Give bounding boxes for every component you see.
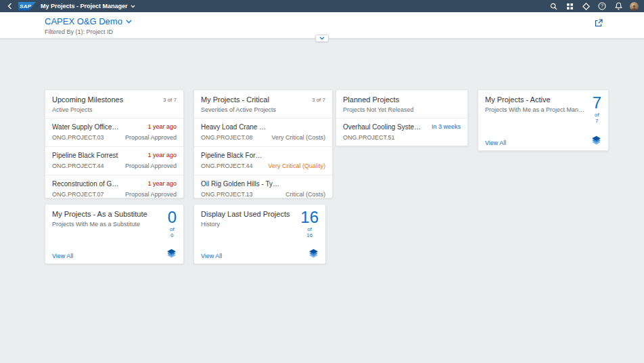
project-id: ONG.PROJECT.44: [52, 163, 120, 169]
view-all-link[interactable]: View All: [485, 140, 506, 146]
app-title-label: My Projects - Project Manager: [41, 3, 128, 9]
card-my-projects-active: My Projects - Active Projects With Me as…: [478, 89, 609, 151]
sap-logo-text: SAP: [18, 3, 31, 9]
copilot-button[interactable]: [581, 1, 591, 11]
severity-status: Critical (Costs): [285, 191, 325, 198]
card-subtitle: Severities of Active Projects: [201, 106, 325, 113]
milestone-status-block: 1 year ago Proposal Approved: [125, 123, 177, 141]
card-subtitle: Projects With Me as a Substitute: [52, 221, 160, 228]
card-title: My Projects - Active: [485, 95, 585, 104]
kpi-total: 0: [170, 233, 173, 238]
view-all-link[interactable]: View All: [201, 253, 222, 259]
card-header[interactable]: My Projects - As a Substitute Projects W…: [45, 205, 183, 228]
card-count: 3 of 7: [163, 95, 177, 103]
list-item[interactable]: Water Supply Office Building (*) ONG.PRO…: [45, 118, 183, 146]
filter-info: Filtered By (1): Project ID: [45, 28, 637, 35]
project-name: Overhaul Cooling System Section 2...: [343, 123, 426, 131]
card-title: Planned Projects: [343, 95, 399, 104]
kpi-total: 16: [306, 233, 313, 238]
chevron-left-icon: [7, 3, 12, 9]
severity-block: Very Critical (Costs): [271, 123, 325, 141]
milestone-list: Water Supply Office Building (*) ONG.PRO…: [45, 118, 183, 198]
project-info: Heavy Load Crane (*) ONG.PROJECT.08: [201, 123, 266, 141]
milestone-age: 1 year ago: [147, 152, 177, 158]
list-item[interactable]: Heavy Load Crane (*) ONG.PROJECT.08 Very…: [194, 118, 332, 146]
layers-icon: [591, 135, 602, 146]
help-icon: ?: [598, 2, 606, 10]
card-header[interactable]: My Projects - Active Projects With Me as…: [478, 90, 608, 113]
kpi-of-label: of: [595, 112, 599, 118]
project-info: Reconstruction of Golden Hills Towe... O…: [52, 180, 120, 198]
avatar[interactable]: [630, 2, 639, 11]
milestone-status-block: 1 year ago Proposal Approved: [125, 152, 177, 169]
project-info: Overhaul Cooling System Section 2... ONG…: [343, 123, 426, 141]
header-collapse-button[interactable]: [315, 35, 329, 42]
card-planned-projects: Planned Projects Projects Not Yet Releas…: [336, 89, 468, 146]
card-subtitle: Projects Not Yet Released: [343, 106, 461, 113]
severity-status: Very Critical (Quality): [268, 163, 325, 169]
project-info: Oil Rig Golden Hills - Type 216B ONG.PRO…: [201, 180, 280, 198]
project-id: ONG.PROJECT.44: [201, 163, 262, 169]
due-date: In 3 weeks: [432, 123, 461, 130]
card-header[interactable]: Upcoming Milestones 3 of 7 Active Projec…: [45, 90, 183, 118]
search-button[interactable]: [549, 1, 558, 11]
critical-list: Heavy Load Crane (*) ONG.PROJECT.08 Very…: [194, 118, 332, 198]
card-header[interactable]: Planned Projects Projects Not Yet Releas…: [336, 90, 467, 118]
card-subtitle: Projects With Me as a Project Manager: [485, 106, 585, 113]
product-switcher-button[interactable]: [565, 1, 574, 11]
list-item[interactable]: Pipeline Black Forrest ONG.PROJECT.44 Ve…: [194, 146, 332, 175]
card-title: My Projects - As a Substitute: [52, 210, 160, 218]
page-title-menu[interactable]: CAPEX O&G Demo: [45, 16, 132, 26]
milestone-age: 1 year ago: [147, 180, 177, 187]
chevron-down-icon: [319, 37, 325, 40]
planned-list: Overhaul Cooling System Section 2... ONG…: [336, 118, 467, 146]
view-all-link[interactable]: View All: [52, 253, 73, 259]
project-info: Water Supply Office Building (*) ONG.PRO…: [52, 123, 120, 141]
milestone-status: Proposal Approved: [125, 191, 177, 198]
list-item[interactable]: Reconstruction of Golden Hills Towe... O…: [45, 175, 183, 198]
notifications-button[interactable]: [614, 1, 623, 11]
kpi-value: 7: [593, 95, 601, 111]
shell-actions: ?: [549, 1, 639, 11]
project-id: ONG.PROJECT.03: [52, 134, 120, 141]
card-count: 3 of 7: [312, 95, 325, 103]
layers-icon: [166, 248, 177, 259]
card-header[interactable]: My Projects - Critical 3 of 7 Severities…: [194, 90, 332, 118]
severity-block: Critical (Costs): [285, 180, 325, 198]
card-last-used-projects: Display Last Used Projects History 16 of…: [193, 204, 326, 264]
card-title: Upcoming Milestones: [52, 95, 123, 104]
milestone-status: Proposal Approved: [125, 134, 177, 141]
search-icon: [550, 3, 557, 10]
list-item[interactable]: Overhaul Cooling System Section 2... ONG…: [336, 118, 467, 146]
project-id: ONG.PROJECT.13: [201, 191, 280, 198]
card-subtitle: Active Projects: [52, 106, 177, 113]
project-name: Pipeline Black Forrest: [201, 152, 262, 159]
share-icon: [595, 19, 603, 27]
card-upcoming-milestones: Upcoming Milestones 3 of 7 Active Projec…: [45, 89, 184, 198]
svg-text:?: ?: [601, 3, 603, 8]
milestone-status-block: 1 year ago Proposal Approved: [125, 180, 177, 198]
help-button[interactable]: ?: [597, 1, 607, 11]
card-my-projects-substitute: My Projects - As a Substitute Projects W…: [45, 204, 184, 264]
shell-bar: SAP My Projects - Project Manager ?: [0, 0, 644, 12]
project-name: Pipeline Black Forrest: [52, 152, 120, 159]
back-button[interactable]: [5, 1, 14, 11]
page-title-label: CAPEX O&G Demo: [45, 16, 122, 26]
project-name: Heavy Load Crane (*): [201, 123, 266, 131]
project-info: Pipeline Black Forrest ONG.PROJECT.44: [201, 152, 262, 169]
milestone-age: 1 year ago: [147, 123, 177, 130]
person-icon: [630, 5, 638, 11]
kpi-number: 0 of 0: [168, 209, 177, 238]
app-title-menu[interactable]: My Projects - Project Manager: [41, 3, 135, 9]
kpi-of-label: of: [170, 227, 175, 232]
list-item[interactable]: Pipeline Black Forrest ONG.PROJECT.44 1 …: [45, 146, 183, 175]
card-footer: View All: [201, 248, 319, 259]
severity-block: Very Critical (Quality): [268, 152, 325, 169]
list-item[interactable]: Oil Rig Golden Hills - Type 216B ONG.PRO…: [194, 175, 332, 198]
milestone-status: Proposal Approved: [125, 163, 177, 169]
sap-logo[interactable]: SAP: [18, 2, 36, 11]
card-my-projects-critical: My Projects - Critical 3 of 7 Severities…: [193, 89, 333, 198]
share-button[interactable]: [594, 18, 603, 28]
copilot-icon: [582, 3, 590, 10]
project-info: Pipeline Black Forrest ONG.PROJECT.44: [52, 152, 120, 169]
